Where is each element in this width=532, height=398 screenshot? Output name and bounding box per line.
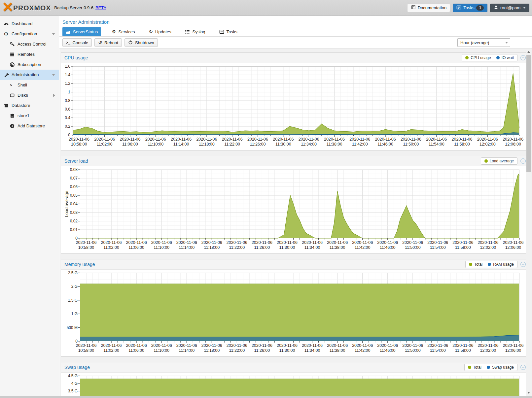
collapse-panel-icon[interactable] [520,158,526,164]
x-tick-label: 2020-11-0612:02:00 [478,240,498,250]
beta-link[interactable]: BETA [95,5,106,10]
load-panel-header: Server loadLoad average [61,156,529,166]
sidebar-item-shell[interactable]: >_Shell [0,80,59,90]
legend-item-ram-usage[interactable]: RAM usage [488,262,514,267]
legend-dot [468,366,471,369]
y-tick-label: 0 [68,133,70,137]
documentation-label: Documentation [418,5,446,10]
legend-item-swap-usage[interactable]: Swap usage [487,365,514,370]
power-icon [128,40,133,46]
cpu-panel: CPU usageCPU usageIO wait00.20.40.60.811… [61,52,529,150]
scroll-up-arrow-icon[interactable] [527,51,530,53]
x-tick-label: 2020-11-0611:06:00 [126,240,147,250]
sidebar-item-datastore[interactable]: Datastore [0,100,59,111]
load-panel: Server loadLoad averageLoad average00.01… [61,156,529,254]
lifering-icon [9,62,15,67]
documentation-button[interactable]: Documentation [407,4,450,12]
collapse-panel-icon[interactable] [520,364,526,370]
syslog-icon [185,29,190,34]
x-tick-label: 2020-11-0611:06:00 [126,343,147,353]
timeframe-select[interactable]: Hour (average) [457,38,510,47]
sidebar-item-disks[interactable]: Disks [0,90,59,100]
legend-label: Total [473,365,481,370]
sidebar-item-add-datastore[interactable]: Add Datastore [0,121,59,131]
tab-updates[interactable]: ↻Updates [145,27,174,36]
reboot-button[interactable]: ↺ Reboot [94,38,122,47]
scrollbar-thumb[interactable] [526,55,531,172]
y-tick-label: 0.06 [70,184,78,189]
collapse-caret-icon[interactable] [52,33,55,35]
legend-label: RAM usage [493,262,514,267]
x-tick-label: 2020-11-0611:50:00 [402,240,423,250]
sidebar-item-label: Dashboard [12,21,33,26]
legend-item-cpu-usage[interactable]: CPU usage [465,55,491,60]
y-tick-label: 0.03 [70,210,78,215]
collapse-caret-icon[interactable] [52,74,55,76]
tab-serverstatus[interactable]: ServerStatus [62,27,101,36]
x-axis-labels: 2020-11-0610:58:002020-11-0611:02:002020… [80,343,519,354]
console-label: Console [73,40,89,45]
x-tick-label: 2020-11-0611:54:00 [427,343,448,353]
y-tick-label: 3.5 G [68,389,78,393]
sidebar-item-subscription[interactable]: Subscription [0,59,59,70]
disk-icon [9,93,15,98]
sidebar-item-access-control[interactable]: Access Control [0,39,59,49]
x-tick-label: 2020-11-0611:18:00 [201,343,222,353]
shutdown-button[interactable]: Shutdown [124,38,158,47]
legend-item-total[interactable]: Total [469,262,482,267]
legend-label: Total [474,262,482,267]
memory-legend: TotalRAM usage [465,261,517,268]
x-tick-label: 2020-11-0611:50:00 [401,137,421,147]
tab-tasks[interactable]: Tasks [216,27,241,36]
legend-dot [484,159,488,163]
x-tick-label: 2020-11-0611:06:00 [120,137,140,147]
x-tick-label: 2020-11-0611:42:00 [349,137,370,147]
remotes-icon [9,52,15,57]
y-tick-label: 1.5 G [68,298,78,303]
sidebar-item-store1[interactable]: store1 [0,111,59,121]
y-tick-label: 0.05 [70,193,78,198]
x-tick-label: 2020-11-0611:14:00 [176,240,197,250]
collapse-panel-icon[interactable] [520,261,526,267]
y-tick-label: 1 G [71,312,78,316]
scroll-down-arrow-icon[interactable] [527,392,530,394]
sidebar-item-configuration[interactable]: ⚙Configuration [0,29,59,39]
sidebar-item-administration[interactable]: Administration [0,70,59,80]
y-tick-label: 4.5 G [68,374,78,378]
vertical-scrollbar[interactable] [526,49,531,396]
legend-item-total[interactable]: Total [468,365,481,370]
sidebar-item-remotes[interactable]: Remotes [0,49,59,59]
sidebar-item-dashboard[interactable]: Dashboard [0,18,59,29]
x-tick-label: 2020-11-0612:06:00 [503,240,523,250]
user-menu-button[interactable]: root@pam [490,4,529,12]
panel-title: Server load [64,158,88,164]
y-tick-label: 0 [75,339,78,344]
legend-item-load-average[interactable]: Load average [484,159,514,163]
dashboard-icon [3,21,9,26]
x-tick-label: 2020-11-0611:38:00 [327,343,348,353]
x-tick-label: 2020-11-0611:34:00 [302,240,323,250]
legend-item-io-wait[interactable]: IO wait [496,55,514,60]
x-tick-label: 2020-11-0611:54:00 [427,240,448,250]
y-axis-ticks: 0500 M1 G1.5 G2 G2.5 G3 G3.5 G4 G4.5 G [64,376,80,396]
tasks-icon [219,29,224,34]
bottom-scrollbar-track[interactable] [0,396,532,398]
x-axis-labels: 2020-11-0610:58:002020-11-0611:02:002020… [73,136,519,148]
x-tick-label: 2020-11-0611:46:00 [377,240,398,250]
console-button[interactable]: >_ Console [62,38,92,47]
toolbar: >_ Console ↺ Reboot Shutdown Hour (avera… [59,36,532,49]
sidebar-item-label: Access Control [18,42,46,47]
memory-panel-header: Memory usageTotalRAM usage [61,259,529,270]
panel-title: Memory usage [64,262,95,267]
tab-services[interactable]: ⚙Services [108,27,138,36]
expand-caret-icon[interactable] [53,94,55,97]
x-tick-label: 2020-11-0611:26:00 [247,137,268,147]
tasks-button[interactable]: Tasks 1 [453,4,487,12]
tab-label: Syslog [192,29,205,34]
collapse-panel-icon[interactable] [520,55,526,61]
x-tick-label: 2020-11-0611:10:00 [151,240,172,250]
tab-syslog[interactable]: Syslog [182,27,208,36]
sidebar-item-label: Disks [18,93,28,98]
archive-icon [3,103,9,108]
tab-bar: ServerStatus⚙Services↻UpdatesSyslogTasks [59,27,532,36]
